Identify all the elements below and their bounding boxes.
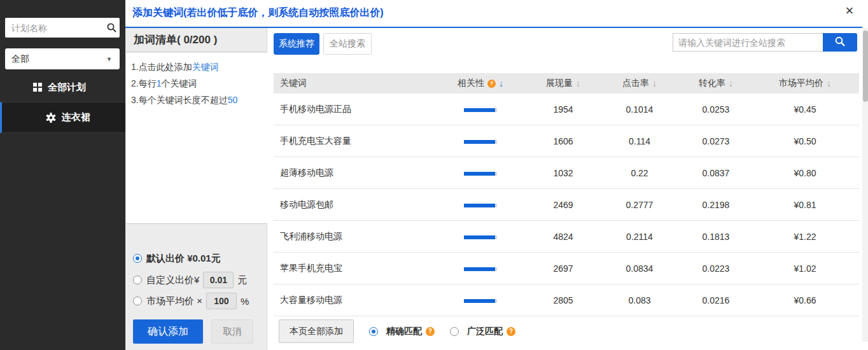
tab-site-search[interactable]: 全站搜索 (323, 33, 372, 55)
relevance-cell (433, 104, 528, 115)
price-cell: ¥0.45 (751, 104, 859, 115)
cvr-cell: 0.0253 (681, 104, 751, 115)
relevance-bar (464, 235, 497, 239)
relevance-cell (433, 200, 528, 210)
radio-default-bid[interactable] (133, 254, 142, 263)
plan-filter-select[interactable]: 全部 ▼ (5, 48, 120, 69)
table-header: 关键词 相关性 ? ↓ 展现量 ↓ 点击率 ↓ 转化率 ↓ 市场平均价 ↓ (274, 73, 859, 94)
exact-match-label: 精确匹配 (386, 326, 422, 337)
table-row[interactable]: 苹果手机充电宝 2697 0.0834 0.0223 ¥1.02 (274, 253, 859, 284)
radio-exact-match[interactable] (369, 327, 378, 336)
sidebar-item-all-plans[interactable]: 全部计划 (0, 74, 125, 101)
keyword-cell: 移动电源包邮 (274, 199, 433, 211)
impressions-cell: 2805 (528, 295, 598, 305)
col-market-price[interactable]: 市场平均价 ↓ (751, 78, 859, 89)
relevance-bar-fill (464, 108, 495, 112)
price-cell: ¥0.81 (751, 200, 859, 210)
ctr-cell: 0.0834 (598, 263, 681, 274)
vertical-scrollbar[interactable] (862, 28, 868, 342)
dialog-titlebar: 添加关键词(若出价低于底价，则系统自动按照底价出价) × (125, 0, 868, 27)
table-row[interactable]: 飞利浦移动电源 4824 0.2114 0.1813 ¥1.22 (274, 221, 859, 253)
sort-icon[interactable]: ↓ (576, 79, 580, 88)
instruction-line: 3.每个关键词长度不超过50 (131, 92, 262, 108)
price-cell: ¥1.02 (751, 263, 859, 274)
match-option-broad[interactable]: 广泛匹配 ? (450, 326, 515, 337)
radio-custom-bid[interactable] (133, 276, 142, 284)
keyword-search-button[interactable] (823, 33, 857, 52)
table-row[interactable]: 超薄移动电源 1032 0.22 0.0837 ¥0.80 (274, 157, 859, 189)
relevance-bar-fill (464, 235, 495, 239)
sidebar-item-dress[interactable]: 连衣裙 (0, 102, 125, 133)
instruction-line: 1.点击此处添加关键词 (131, 59, 262, 75)
relevance-bar-fill (464, 299, 495, 303)
relevance-bar-fill (464, 267, 495, 271)
col-ctr[interactable]: 点击率 ↓ (598, 78, 681, 89)
ctr-cell: 0.114 (598, 136, 681, 146)
keyword-search-box (673, 33, 857, 52)
relevance-cell (433, 168, 528, 178)
radio-broad-match[interactable] (450, 327, 459, 336)
market-pct-input[interactable] (206, 293, 237, 309)
sort-icon[interactable]: ↓ (729, 79, 733, 88)
impressions-cell: 2469 (528, 200, 598, 210)
table-row[interactable]: 手机充电宝大容量 1606 0.114 0.0273 ¥0.50 (274, 125, 859, 157)
help-icon[interactable]: ? (426, 327, 435, 336)
search-icon[interactable] (103, 22, 120, 33)
bid-option-custom[interactable]: 自定义出价¥ 元 (133, 271, 247, 289)
instruction-line: 2.每行1个关键词 (131, 75, 262, 92)
radio-market-bid[interactable] (133, 297, 142, 305)
price-cell: ¥0.80 (751, 168, 859, 178)
bid-option-default[interactable]: 默认出价 ¥0.01元 (133, 249, 221, 267)
add-words-panel: 加词清单( 0/200 ) 1.点击此处添加关键词 2.每行1个关键词 3.每个… (125, 28, 267, 350)
confirm-add-button[interactable]: 确认添加 (133, 319, 203, 344)
relevance-bar-fill (464, 140, 495, 144)
bid-option-market[interactable]: 市场平均价 × % (133, 292, 249, 310)
tab-system-recommend[interactable]: 系统推荐 (274, 33, 319, 55)
relevance-bar (464, 140, 497, 144)
scrollbar-thumb[interactable] (863, 31, 868, 102)
cvr-cell: 0.1813 (681, 232, 751, 242)
impressions-cell: 4824 (528, 232, 598, 242)
sort-icon[interactable]: ↓ (827, 79, 831, 88)
keyword-table: 关键词 相关性 ? ↓ 展现量 ↓ 点击率 ↓ 转化率 ↓ 市场平均价 ↓ (274, 73, 859, 316)
table-body: 手机移动电源正品 1954 0.1014 0.0253 ¥0.45 手机充电宝大… (274, 94, 859, 316)
col-relevance[interactable]: 相关性 ? ↓ (433, 78, 528, 89)
relevance-cell (433, 232, 528, 242)
ctr-cell: 0.083 (598, 295, 681, 305)
col-keyword: 关键词 (274, 78, 433, 89)
keyword-main-area: 系统推荐 全站搜索 关键词 相关性 ? ↓ 展现量 ↓ 点击率 ↓ (267, 28, 862, 350)
sidebar: 全部 ▼ 全部计划 连衣裙 (0, 0, 125, 350)
keyword-search-input[interactable] (673, 33, 823, 52)
table-row[interactable]: 手机移动电源正品 1954 0.1014 0.0253 ¥0.45 (274, 94, 859, 125)
help-icon[interactable]: ? (487, 80, 496, 88)
add-all-button[interactable]: 本页全部添加 (279, 319, 354, 343)
keyword-cell: 手机充电宝大容量 (274, 136, 433, 147)
chevron-down-icon: ▼ (106, 56, 112, 62)
table-row[interactable]: 移动电源包邮 2469 0.2777 0.2198 ¥0.81 (274, 189, 859, 221)
plan-search-input[interactable] (5, 23, 103, 33)
relevance-cell (433, 263, 528, 274)
match-option-exact[interactable]: 精确匹配 ? (369, 326, 435, 337)
custom-bid-input[interactable] (203, 272, 234, 288)
close-icon[interactable]: × (841, 3, 858, 19)
cvr-cell: 0.0837 (681, 168, 751, 178)
col-cvr[interactable]: 转化率 ↓ (681, 78, 751, 89)
sort-icon[interactable]: ↓ (652, 79, 657, 88)
bid-market-suffix: % (241, 296, 249, 307)
table-row[interactable]: 大容量移动电源 2805 0.083 0.0216 ¥0.66 (274, 284, 859, 316)
sidebar-item-label: 全部计划 (48, 81, 86, 94)
relevance-cell (433, 136, 528, 146)
cvr-cell: 0.0273 (681, 136, 751, 146)
sidebar-item-label: 连衣裙 (62, 111, 90, 123)
cvr-cell: 0.0223 (681, 263, 751, 274)
impressions-cell: 1954 (528, 104, 598, 115)
ctr-cell: 0.1014 (598, 104, 681, 115)
price-cell: ¥1.22 (751, 232, 859, 242)
help-icon[interactable]: ? (507, 327, 515, 336)
keyword-cell: 超薄移动电源 (274, 167, 433, 179)
col-impressions[interactable]: 展现量 ↓ (528, 78, 598, 89)
keyword-cell: 手机移动电源正品 (274, 104, 433, 115)
sort-desc-icon[interactable]: ↓ (499, 79, 503, 88)
cancel-button[interactable]: 取消 (211, 319, 253, 344)
keyword-textarea[interactable]: 1.点击此处添加关键词 2.每行1个关键词 3.每个关键词长度不超过50 (126, 53, 267, 224)
